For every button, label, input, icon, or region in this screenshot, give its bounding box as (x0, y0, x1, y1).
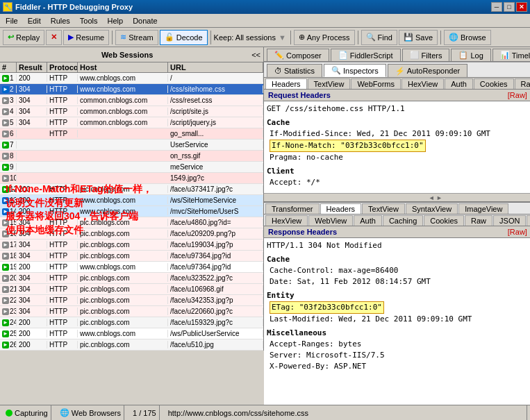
table-row[interactable]: ►13 200 HTTP www.cnblogs.com /ws/SiteHom… (0, 195, 263, 206)
save-button[interactable]: 💾 Save (399, 30, 438, 45)
top-tabs-row: ✏️ Composer 📄 FiddlerScript ⬜ Filters 📋 … (264, 47, 530, 62)
table-row[interactable]: ►12 200 HTTP pic.cnblogs.com /face/u3734… (0, 184, 263, 195)
sub-tab-auth-req[interactable]: Auth (445, 78, 473, 89)
menu-file[interactable]: File (1, 15, 22, 26)
row-icon: ► (2, 153, 9, 160)
sub-tab-webview-resp[interactable]: WebView (308, 215, 353, 226)
cell-result: 304 (17, 308, 47, 315)
sub-tab-webforms-req[interactable]: WebForms (351, 78, 401, 89)
sub-tab-caching-resp[interactable]: Caching (383, 215, 423, 226)
find-icon: 🔍 (366, 33, 376, 42)
table-row[interactable]: ►4 304 HTTP common.cnblogs.com /script/s… (0, 106, 263, 117)
tab-fiddlerscript[interactable]: 📄 FiddlerScript (331, 49, 401, 61)
etag-highlight: ETag: "03f2b33c0bfcc1:0" (270, 301, 384, 314)
row-icon: ► (2, 142, 9, 149)
sessions-table[interactable]: # Result Protocol Host URL ►1 200 HTTP w… (0, 62, 263, 351)
sub-tab-hexview-req[interactable]: HexView (401, 78, 444, 89)
sub-tab-cookies-resp[interactable]: Cookies (424, 215, 464, 226)
sub-tab-cookies-req[interactable]: Cookies (474, 78, 514, 89)
table-row[interactable]: ►1 200 HTTP www.cnblogs.com / (0, 73, 263, 84)
response-sub-tabs-row2: HexView WebView Auth Caching Cookies Raw… (264, 215, 530, 226)
raw-link-resp[interactable]: [Raw] (508, 228, 527, 236)
cell-num: ►2 (0, 85, 17, 93)
table-row[interactable]: ►17 304 HTTP pic.cnblogs.com /face/u1990… (0, 240, 263, 251)
inspectors-icon: 🔍 (331, 66, 341, 75)
table-row[interactable]: ►14 200 HTTP www.cnblogs.com /mvc/SiteHo… (0, 206, 263, 217)
table-row[interactable]: ►3 304 HTTP common.cnblogs.com /css/rese… (0, 95, 263, 106)
process-button[interactable]: ⊕ Any Process (294, 30, 355, 45)
decode-button[interactable]: 🔓 Decode (160, 30, 208, 45)
sub-tab-imageview-resp[interactable]: ImageView (458, 203, 508, 214)
sub-tab-headers-req[interactable]: Headers (265, 78, 307, 89)
cell-result: 304 (17, 96, 47, 104)
cell-num: ►22 (0, 296, 17, 304)
table-row[interactable]: ►15 304 HTTP pic.cnblogs.com /face/u4860… (0, 217, 263, 228)
table-row[interactable]: ►23 304 HTTP pic.cnblogs.com /face/u2206… (0, 306, 263, 317)
raw-link-req[interactable]: [Raw] (508, 91, 527, 99)
table-row[interactable]: ►18 304 HTTP pic.cnblogs.com /face/u9736… (0, 251, 263, 262)
menu-donate[interactable]: Donate (129, 15, 161, 26)
menu-edit[interactable]: Edit (24, 15, 45, 26)
stop-button[interactable]: ✕ (46, 30, 62, 45)
table-row[interactable]: ►10 1549.jpg?c (0, 173, 263, 184)
sub-tab-headers-resp[interactable]: Headers (320, 203, 362, 214)
tab-log[interactable]: 📋 Log (451, 49, 490, 61)
tab-statistics[interactable]: ⏱ Statistics (267, 64, 322, 77)
sub-tab-auth-resp[interactable]: Auth (354, 215, 382, 226)
sub-tab-textview-resp[interactable]: TextView (362, 203, 405, 214)
stream-button[interactable]: ≋ Stream (115, 30, 158, 45)
table-row[interactable]: ►24 200 HTTP pic.cnblogs.com /face/u1593… (0, 317, 263, 328)
table-row[interactable]: ►25 200 HTTP www.cnblogs.com /ws/PublicU… (0, 328, 263, 339)
table-row[interactable]: ►5 304 HTTP common.cnblogs.com /script/j… (0, 117, 263, 128)
table-row[interactable]: ►9 meService (0, 162, 263, 173)
close-button[interactable]: ✕ (516, 2, 527, 12)
maximize-button[interactable]: □ (504, 2, 515, 12)
sub-tab-transformer-resp[interactable]: Transformer (265, 203, 320, 214)
find-button[interactable]: 🔍 Find (361, 30, 397, 45)
tab-filters[interactable]: ⬜ Filters (402, 49, 450, 61)
replay-button[interactable]: ↩ Replay (3, 30, 44, 45)
tab-inspectors[interactable]: 🔍 Inspectors (324, 64, 386, 77)
cell-protocol: HTTP (47, 185, 78, 193)
sub-tab-json-resp[interactable]: JSON (493, 215, 526, 226)
table-row[interactable]: ►21 304 HTTP pic.cnblogs.com /face/u1069… (0, 284, 263, 295)
table-row[interactable]: ►8 on_rss.gif (0, 151, 263, 162)
keep-dropdown-icon[interactable]: ▼ (279, 33, 286, 42)
sub-tab-hexview-resp[interactable]: HexView (265, 215, 308, 226)
table-row[interactable]: ►26 200 HTTP pic.cnblogs.com /face/u510.… (0, 339, 263, 351)
cache-section-resp-label: Cache (267, 254, 530, 265)
menu-tools[interactable]: Tools (76, 15, 102, 26)
cell-url: 1549.jpg?c (168, 174, 263, 182)
minimize-button[interactable]: ─ (491, 2, 502, 12)
tab-timeline[interactable]: 📊 Timeline (492, 49, 530, 61)
sub-tab-syntaxview-resp[interactable]: SyntaxView (406, 203, 458, 214)
sub-tab-xml-resp[interactable]: XML (527, 215, 530, 226)
request-header-content: GET /css/sitehome.css HTTP/1.1 Cache If-… (264, 101, 530, 193)
table-row[interactable]: ►16 304 HTTP pic.cnblogs.com /face/u2092… (0, 228, 263, 240)
cell-url: /face/u373417.jpg?c (168, 185, 263, 193)
chevron-button[interactable]: << (251, 51, 260, 59)
resume-label: Resume (76, 33, 104, 42)
cell-url: go_small... (168, 130, 263, 137)
sub-tab-textview-req[interactable]: TextView (308, 78, 351, 89)
table-row[interactable]: ►19 200 HTTP www.cnblogs.com /face/u9736… (0, 262, 263, 273)
table-row[interactable]: ►22 304 HTTP pic.cnblogs.com /face/u3423… (0, 295, 263, 306)
tab-autoresponder[interactable]: ⚡ AutoResponder (388, 64, 467, 77)
cell-result: 304 (17, 285, 47, 293)
sub-tab-raw-resp[interactable]: Raw (465, 215, 492, 226)
cell-url: /css/sitehome.css (168, 85, 263, 93)
resume-button[interactable]: ▶ Resume (63, 30, 109, 45)
table-row[interactable]: ►2 304 HTTP www.cnblogs.com /css/sitehom… (0, 84, 263, 95)
menu-help[interactable]: Help (103, 15, 128, 26)
row-icon: ► (2, 286, 9, 293)
table-row[interactable]: ►7 UserService (0, 140, 263, 151)
web-browsers-label: Web Browsers (72, 409, 121, 417)
menu-rules[interactable]: Rules (47, 15, 74, 26)
window-controls[interactable]: ─ □ ✕ (491, 2, 527, 12)
tab-composer[interactable]: ✏️ Composer (267, 49, 329, 61)
table-row[interactable]: ►20 304 HTTP pic.cnblogs.com /face/u3235… (0, 273, 263, 284)
browse-button[interactable]: 🌐 Browse (444, 30, 491, 45)
table-row[interactable]: ►6 HTTP go_small... (0, 128, 263, 140)
sub-tab-raw-req[interactable]: Raw (515, 78, 530, 89)
statistics-label: Statistics (284, 67, 315, 75)
